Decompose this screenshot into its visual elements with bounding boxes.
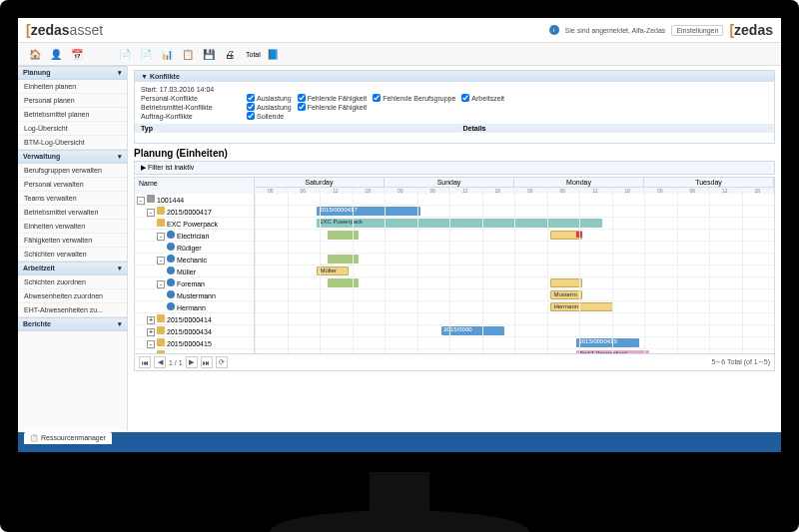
sidebar-item[interactable]: Einheiten planen xyxy=(18,80,127,94)
sidebar-item[interactable]: Log-Übersicht xyxy=(18,122,127,136)
expand-icon[interactable]: - xyxy=(157,257,165,265)
pager-last[interactable]: ⏭ xyxy=(201,356,213,368)
logo-right: [zedas xyxy=(729,22,773,38)
settings-button[interactable]: Einstellungen xyxy=(671,25,723,36)
konflikte-opt[interactable]: Fehlende Berufsgruppe xyxy=(373,94,455,102)
gantt-bar[interactable]: EXC Powerpack xyxy=(317,219,602,228)
tree-row[interactable]: Mustermann xyxy=(135,289,254,301)
gantt-bar[interactable] xyxy=(328,255,359,264)
tree-row[interactable]: Müller xyxy=(135,266,254,277)
pager-prev[interactable]: ◀ xyxy=(154,356,166,368)
calendar-icon[interactable]: 📅 xyxy=(68,45,86,63)
expand-icon[interactable]: - xyxy=(157,280,165,288)
main: ▼ Konflikte Start: 17.03.2016 14:04 Pers… xyxy=(128,66,781,430)
pager-next[interactable]: ▶ xyxy=(186,356,198,368)
sidebar-item[interactable]: BTM-Log-Übersicht xyxy=(18,136,127,150)
gantt-day: Monday xyxy=(514,178,644,187)
gantt-bar[interactable]: 2015/0000 xyxy=(441,326,503,335)
tree-row[interactable]: -2015/0000415 xyxy=(135,337,254,349)
pager-total: 1 / 1 xyxy=(169,359,183,366)
gantt-bar[interactable]: Task1 (Inspection) xyxy=(576,350,649,353)
konflikte-opt[interactable]: Fehlende Fähigkeit xyxy=(298,94,368,102)
sidebar-section-3[interactable]: Berichte▾ xyxy=(18,317,127,331)
task-icon xyxy=(157,326,165,334)
sidebar-item[interactable]: Schichten zuordnen xyxy=(18,275,127,289)
sidebar-item[interactable]: Personal planen xyxy=(18,94,127,108)
copy-icon[interactable]: 📋 xyxy=(179,45,197,63)
sidebar-item[interactable]: Betriebsmittel planen xyxy=(18,108,127,122)
book-icon[interactable]: 📘 xyxy=(264,45,282,63)
pager-first[interactable]: ⏮ xyxy=(139,356,151,368)
tree-row[interactable]: Task 1 (Inspection) xyxy=(135,349,254,353)
filter-bar[interactable]: ▶ Filter ist inaktiv xyxy=(134,161,775,175)
doc-green-icon[interactable]: 📄 xyxy=(137,45,155,63)
doc-icon[interactable]: 📄 xyxy=(116,45,134,63)
task-icon xyxy=(157,338,165,346)
expand-icon[interactable]: - xyxy=(137,197,145,205)
sidebar-item[interactable]: Betriebsmittel verwalten xyxy=(18,206,127,220)
gantt-bar[interactable] xyxy=(550,278,581,287)
sidebar-item[interactable]: Abwesenheiten zuordnen xyxy=(18,289,127,303)
expand-icon[interactable]: - xyxy=(147,340,155,348)
sidebar-item[interactable]: Schichten verwalten xyxy=(18,248,127,262)
pager-refresh[interactable]: ⟳ xyxy=(216,356,228,368)
save-icon[interactable]: 💾 xyxy=(200,45,218,63)
tree-label: 2015/0000434 xyxy=(167,328,212,335)
tree-row[interactable]: -Mechanic xyxy=(135,254,254,266)
expand-icon[interactable]: - xyxy=(157,233,165,241)
gantt-bar[interactable]: Hermann xyxy=(550,302,612,311)
konflikte-opt[interactable]: Auslastung xyxy=(247,94,292,102)
col-typ: Typ xyxy=(141,125,181,132)
sidebar-section-1[interactable]: Verwaltung▾ xyxy=(18,150,127,164)
konflikte-opt[interactable]: Fehlende Fähigkeit xyxy=(298,103,368,111)
chart-icon[interactable]: 📊 xyxy=(158,45,176,63)
footer-bar: 📋 Ressourcenmanager xyxy=(18,432,781,452)
sidebar-item[interactable]: Einheiten verwalten xyxy=(18,220,127,234)
tree-row[interactable]: Rüdiger xyxy=(135,242,254,254)
sidebar-item[interactable]: EHT-Abwesenheiten zu... xyxy=(18,303,127,317)
user-icon[interactable]: 👤 xyxy=(47,45,65,63)
gantt-bar[interactable] xyxy=(328,278,359,287)
konflikte-opt[interactable]: Sollende xyxy=(247,112,284,120)
gantt-bar[interactable] xyxy=(328,231,359,240)
sidebar-item[interactable]: Fähigkeiten verwalten xyxy=(18,234,127,248)
login-text: Sie sind angemeldet, Alfa-Zedas xyxy=(565,27,666,34)
user-icon xyxy=(167,255,175,263)
tree-row[interactable]: Hermann xyxy=(135,301,254,313)
konflikte-title: Konflikte xyxy=(150,73,180,80)
expand-icon[interactable]: - xyxy=(147,209,155,217)
tree-label: 1001444 xyxy=(157,197,184,204)
gantt-bar[interactable]: 2015/0000417 xyxy=(317,207,420,216)
sidebar-item[interactable]: Personal verwalten xyxy=(18,178,127,192)
tree-label: Mustermann xyxy=(177,292,216,299)
sidebar-section-0[interactable]: Planung▾ xyxy=(18,66,127,80)
gantt-bar[interactable]: Müller xyxy=(317,266,348,275)
konflikte-opt[interactable]: Arbeitszeit xyxy=(461,94,504,102)
konflikte-opt[interactable]: Auslastung xyxy=(247,103,292,111)
expand-icon[interactable]: + xyxy=(147,316,155,324)
gantt-bar[interactable]: Musterm xyxy=(550,290,581,299)
footer-tab[interactable]: 📋 Ressourcenmanager xyxy=(24,432,112,444)
task-icon xyxy=(157,350,165,353)
user-icon xyxy=(167,278,175,286)
tree-label: Foreman xyxy=(177,280,205,287)
screen: [zedasasset i Sie sind angemeldet, Alfa-… xyxy=(18,18,781,452)
expand-icon[interactable]: + xyxy=(147,328,155,336)
monitor-stand-neck xyxy=(370,472,429,512)
konflikte-cols: Typ Details xyxy=(135,124,774,133)
tree-row[interactable]: -1001444 xyxy=(135,194,254,206)
tree-row[interactable]: -Electrician xyxy=(135,230,254,242)
print-icon[interactable]: 🖨 xyxy=(221,45,239,63)
tree-row[interactable]: +2015/0000414 xyxy=(135,313,254,325)
tree-row[interactable]: -2015/0000417 xyxy=(135,206,254,218)
sidebar-item[interactable]: Teams verwalten xyxy=(18,192,127,206)
tree-row[interactable]: -Foreman xyxy=(135,277,254,289)
sidebar-item[interactable]: Berufsgruppen verwalten xyxy=(18,164,127,178)
tree-row[interactable]: EXC Powerpack xyxy=(135,218,254,230)
info-icon[interactable]: i xyxy=(549,25,559,35)
user-icon xyxy=(167,231,175,239)
sidebar-section-2[interactable]: Arbeitzeit▾ xyxy=(18,262,127,275)
gantt-bar[interactable]: 2015/0000415 xyxy=(576,338,638,347)
home-icon[interactable]: 🏠 xyxy=(26,45,44,63)
tree-row[interactable]: +2015/0000434 xyxy=(135,325,254,337)
